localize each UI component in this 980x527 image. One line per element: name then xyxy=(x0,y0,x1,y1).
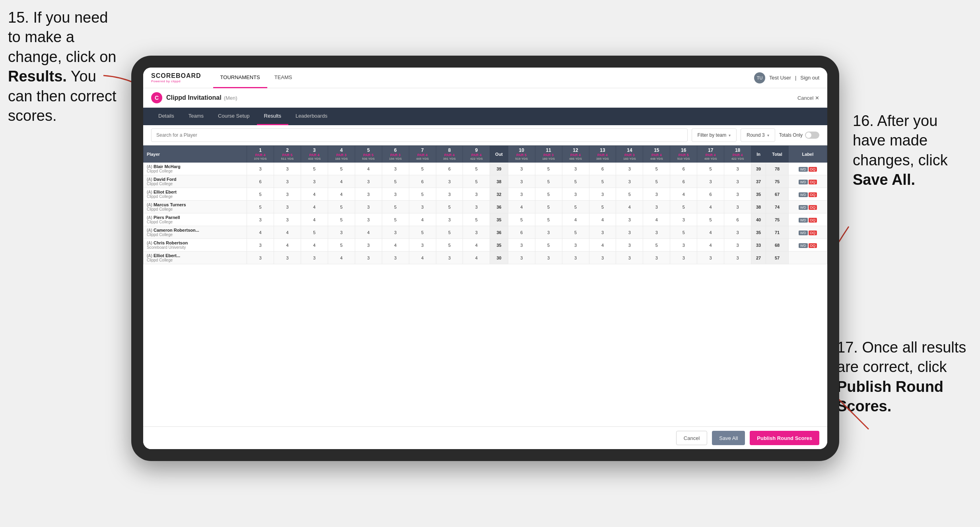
score-h9[interactable]: 5 xyxy=(463,175,490,188)
score-h10[interactable]: 6 xyxy=(508,226,535,239)
score-h10[interactable]: 3 xyxy=(508,239,535,252)
score-h13[interactable]: 3 xyxy=(589,188,616,201)
footer-cancel-btn[interactable]: Cancel xyxy=(676,431,707,445)
score-h3[interactable]: 3 xyxy=(301,252,328,264)
score-h6[interactable]: 3 xyxy=(382,188,409,201)
score-h14[interactable]: 5 xyxy=(616,188,643,201)
score-h16[interactable]: 3 xyxy=(670,213,697,226)
score-h4[interactable]: 3 xyxy=(328,226,355,239)
score-h8[interactable]: 3 xyxy=(436,188,463,201)
score-h13[interactable]: 5 xyxy=(589,201,616,213)
score-h18[interactable]: 6 xyxy=(724,213,751,226)
score-h13[interactable]: 5 xyxy=(589,175,616,188)
score-h5[interactable]: 3 xyxy=(355,188,382,201)
score-h4[interactable]: 5 xyxy=(328,239,355,252)
score-h15[interactable]: 4 xyxy=(643,213,670,226)
score-h1[interactable]: 5 xyxy=(247,201,274,213)
score-h6[interactable]: 5 xyxy=(382,201,409,213)
score-h5[interactable]: 4 xyxy=(355,226,382,239)
score-h16[interactable]: 5 xyxy=(670,201,697,213)
score-h14[interactable]: 3 xyxy=(616,163,643,175)
sign-out-link[interactable]: Sign out xyxy=(800,75,819,81)
score-h6[interactable]: 3 xyxy=(382,252,409,264)
score-h2[interactable]: 3 xyxy=(274,188,301,201)
score-h5[interactable]: 3 xyxy=(355,213,382,226)
score-h17[interactable]: 4 xyxy=(697,239,724,252)
nav-tournaments[interactable]: TOURNAMENTS xyxy=(213,68,267,88)
score-h18[interactable]: 3 xyxy=(724,201,751,213)
score-h18[interactable]: 3 xyxy=(724,239,751,252)
score-h17[interactable]: 3 xyxy=(697,252,724,264)
score-h15[interactable]: 3 xyxy=(643,188,670,201)
score-h2[interactable]: 3 xyxy=(274,252,301,264)
round-selector[interactable]: Round 3 ▾ xyxy=(741,128,775,142)
score-h15[interactable]: 5 xyxy=(643,239,670,252)
score-h11[interactable]: 5 xyxy=(535,188,562,201)
wd-badge[interactable]: WD xyxy=(799,192,808,197)
score-h18[interactable]: 3 xyxy=(724,175,751,188)
wd-badge[interactable]: WD xyxy=(799,180,808,184)
score-h16[interactable]: 6 xyxy=(670,175,697,188)
score-h5[interactable]: 3 xyxy=(355,175,382,188)
score-h11[interactable]: 3 xyxy=(535,226,562,239)
score-h15[interactable]: 5 xyxy=(643,163,670,175)
score-h16[interactable]: 5 xyxy=(670,226,697,239)
score-h11[interactable]: 3 xyxy=(535,252,562,264)
score-h6[interactable]: 3 xyxy=(382,163,409,175)
dq-badge[interactable]: DQ xyxy=(809,218,817,223)
score-h6[interactable]: 5 xyxy=(382,175,409,188)
score-h7[interactable]: 5 xyxy=(409,226,436,239)
score-h13[interactable]: 4 xyxy=(589,239,616,252)
score-h17[interactable]: 3 xyxy=(697,175,724,188)
score-h1[interactable]: 4 xyxy=(247,226,274,239)
cancel-tournament-btn[interactable]: Cancel ✕ xyxy=(797,95,819,101)
score-h4[interactable]: 5 xyxy=(328,213,355,226)
score-h11[interactable]: 5 xyxy=(535,213,562,226)
score-h8[interactable]: 3 xyxy=(436,213,463,226)
score-h11[interactable]: 5 xyxy=(535,175,562,188)
score-h4[interactable]: 5 xyxy=(328,201,355,213)
score-h8[interactable]: 5 xyxy=(436,201,463,213)
score-h9[interactable]: 3 xyxy=(463,226,490,239)
tab-course-setup[interactable]: Course Setup xyxy=(211,108,257,125)
score-h8[interactable]: 5 xyxy=(436,226,463,239)
wd-badge[interactable]: WD xyxy=(799,218,808,223)
score-h5[interactable]: 3 xyxy=(355,252,382,264)
dq-badge[interactable]: DQ xyxy=(809,205,817,210)
score-h15[interactable]: 3 xyxy=(643,252,670,264)
wd-badge[interactable]: WD xyxy=(799,167,808,172)
score-h10[interactable]: 3 xyxy=(508,188,535,201)
score-h14[interactable]: 3 xyxy=(616,226,643,239)
nav-teams[interactable]: TEAMS xyxy=(267,68,299,88)
dq-badge[interactable]: DQ xyxy=(809,167,817,172)
score-h3[interactable]: 4 xyxy=(301,188,328,201)
score-h1[interactable]: 3 xyxy=(247,252,274,264)
publish-round-scores-btn[interactable]: Publish Round Scores xyxy=(750,431,819,445)
score-h15[interactable]: 3 xyxy=(643,201,670,213)
score-h14[interactable]: 3 xyxy=(616,252,643,264)
dq-badge[interactable]: DQ xyxy=(809,180,817,184)
score-h7[interactable]: 5 xyxy=(409,188,436,201)
score-h7[interactable]: 4 xyxy=(409,252,436,264)
score-h7[interactable]: 5 xyxy=(409,163,436,175)
score-h9[interactable]: 4 xyxy=(463,239,490,252)
search-input[interactable] xyxy=(151,128,688,142)
score-h12[interactable]: 5 xyxy=(562,201,589,213)
totals-toggle-switch[interactable] xyxy=(805,132,819,139)
tab-leaderboards[interactable]: Leaderboards xyxy=(288,108,334,125)
score-h14[interactable]: 3 xyxy=(616,175,643,188)
score-h14[interactable]: 4 xyxy=(616,201,643,213)
score-h11[interactable]: 5 xyxy=(535,201,562,213)
score-h13[interactable]: 6 xyxy=(589,163,616,175)
score-h10[interactable]: 4 xyxy=(508,201,535,213)
score-h3[interactable]: 4 xyxy=(301,213,328,226)
score-h9[interactable]: 4 xyxy=(463,252,490,264)
score-h13[interactable]: 3 xyxy=(589,226,616,239)
score-h9[interactable]: 3 xyxy=(463,188,490,201)
score-h18[interactable]: 3 xyxy=(724,163,751,175)
score-h15[interactable]: 3 xyxy=(643,226,670,239)
score-h15[interactable]: 5 xyxy=(643,175,670,188)
score-h12[interactable]: 3 xyxy=(562,188,589,201)
score-h18[interactable]: 3 xyxy=(724,188,751,201)
score-h1[interactable]: 3 xyxy=(247,239,274,252)
